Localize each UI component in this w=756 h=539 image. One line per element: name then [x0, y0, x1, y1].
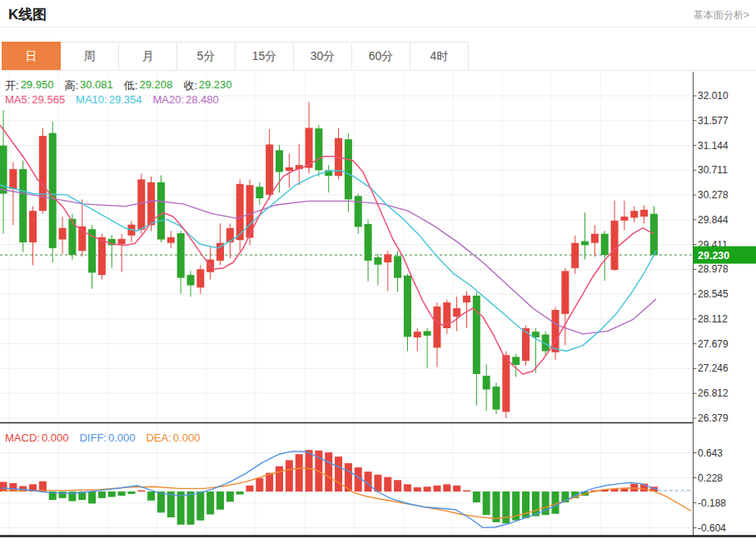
candle [29, 211, 37, 242]
kline-page: K线图 基本面分析> 日周月5分15分30分60分4时 32.01031.577… [0, 0, 756, 539]
close-label: 收: [183, 78, 197, 93]
macd-bar [157, 492, 165, 512]
macd-bar [404, 484, 411, 492]
candle [167, 237, 175, 243]
candle [266, 144, 273, 194]
candle [483, 376, 490, 389]
candle [453, 308, 460, 317]
ma10-legend-item: MA10:29.354 [76, 93, 142, 106]
y-axis-tick: 27.679 [698, 338, 729, 350]
macd-bar [483, 492, 490, 515]
macd-axis-tick: 0.643 [698, 447, 723, 459]
candle [561, 271, 569, 314]
close-value: 29.230 [199, 78, 232, 93]
ma20-legend-item: MA20:28.480 [152, 93, 218, 106]
macd-bar [463, 491, 470, 492]
y-axis-tick: 28.545 [698, 288, 729, 300]
macd-bar [0, 482, 7, 492]
low-value: 29.208 [139, 78, 172, 93]
candle [374, 257, 381, 265]
candle [345, 139, 352, 199]
macd-bar [137, 491, 145, 492]
macd-bar [502, 492, 510, 523]
macd-bar [196, 492, 204, 521]
macd-bar [414, 487, 421, 492]
macd-bar [187, 492, 194, 525]
candle [414, 332, 421, 337]
y-axis-tick: 32.010 [698, 90, 729, 102]
candle [256, 187, 263, 198]
macd-bar [325, 452, 332, 492]
macd-bar [296, 454, 303, 492]
candle [137, 179, 145, 229]
y-axis-tick: 31.577 [698, 115, 729, 127]
macd-axis-tick: -0.188 [698, 497, 726, 509]
candle [196, 269, 204, 287]
macd-bar [374, 475, 381, 492]
ohlc-legend: 开:29.950 高:30.081 低:29.208 收:29.230 [5, 78, 232, 93]
candle [591, 234, 599, 243]
candle [187, 275, 194, 285]
candle [571, 243, 579, 268]
candle [384, 254, 391, 262]
diff-legend-item: DIFF:0.000 [79, 432, 135, 444]
macd-bar [286, 460, 293, 492]
candle [404, 276, 411, 337]
candle [640, 210, 648, 217]
macd-bar [246, 486, 254, 492]
open-value: 29.950 [21, 78, 54, 93]
candle [650, 214, 658, 255]
macd-axis-tick: 0.228 [698, 472, 723, 484]
y-axis-tick: 29.844 [698, 214, 729, 226]
macd-bar [306, 450, 313, 492]
macd-bar [88, 492, 96, 503]
macd-legend: MACD:0.000 DIFF:0.000 DEA:0.000 [5, 432, 200, 444]
dea-legend-item: DEA:0.000 [146, 432, 200, 444]
open-label: 开: [5, 78, 19, 93]
candle [365, 224, 372, 261]
macd-bar [98, 492, 106, 498]
ma5-legend-item: MA5:29.565 [5, 93, 65, 106]
candle [118, 239, 126, 244]
y-axis-tick: 31.144 [698, 140, 729, 152]
macd-bar [276, 467, 283, 492]
macd-bar [216, 492, 224, 510]
macd-bar [236, 492, 244, 495]
macd-bar [206, 492, 214, 514]
candle [306, 127, 313, 167]
last-price-text: 29.230 [698, 250, 729, 262]
y-axis-tick: 27.246 [698, 362, 729, 374]
candle [315, 128, 322, 170]
candle [286, 167, 293, 171]
macd-bar [443, 484, 450, 492]
candle [502, 355, 510, 412]
high-value: 30.081 [80, 78, 113, 93]
candle [424, 331, 431, 335]
macd-bar [118, 492, 126, 496]
macd-bar [108, 492, 116, 497]
ma-legend: MA5:29.565 MA10:29.354 MA20:28.480 [5, 93, 219, 106]
y-axis-tick: 28.978 [698, 263, 729, 275]
candle [355, 196, 362, 227]
candle [473, 296, 480, 374]
candle [394, 256, 401, 277]
macd-bar [177, 492, 185, 525]
candle [512, 357, 520, 365]
y-axis-tick: 30.278 [698, 189, 729, 201]
candle [177, 233, 185, 278]
macd-bar [473, 492, 480, 502]
macd-bar [127, 492, 135, 494]
candle [9, 169, 17, 189]
candle [276, 150, 283, 172]
candle [493, 387, 500, 409]
macd-bar [453, 486, 460, 492]
candle [601, 234, 609, 255]
y-axis-tick: 26.812 [698, 387, 729, 399]
macd-bar [335, 457, 342, 492]
candle [611, 221, 619, 270]
macd-bar [384, 477, 391, 492]
macd-axis-tick: -0.604 [698, 522, 726, 534]
y-axis-tick: 28.112 [698, 313, 728, 325]
macd-legend-item: MACD:0.000 [5, 432, 68, 444]
candle [19, 169, 27, 242]
